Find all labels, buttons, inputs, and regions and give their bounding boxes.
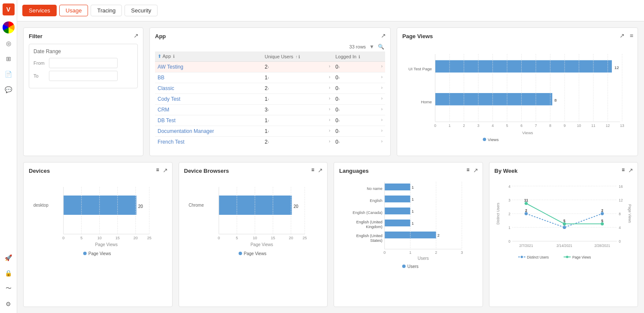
app-link[interactable]: DB Test — [158, 117, 176, 123]
svg-text:11: 11 — [591, 123, 595, 128]
svg-text:Users: Users — [418, 256, 429, 261]
svg-text:8: 8 — [619, 212, 621, 216]
table-row[interactable]: French Test 2› › 0› › — [155, 137, 385, 146]
svg-rect-87 — [385, 220, 410, 226]
col-app: ⬆ App ℹ — [155, 51, 262, 62]
logged-in-cell: 0› › — [333, 126, 385, 137]
device-browsers-title: Device Browsers — [184, 168, 322, 174]
app-link[interactable]: Documentation Manager — [158, 128, 214, 134]
table-row[interactable]: Cody Test 1› › 0› › — [155, 94, 385, 105]
bottom-row: Devices ↗ ≡ 20 desktop 0 5 10 15 20 25 — [23, 162, 638, 307]
languages-menu-icon[interactable]: ≡ — [466, 167, 469, 173]
sidebar-icon-file[interactable]: 📄 — [3, 69, 14, 80]
by-week-card: By Week ↗ ≡ — [489, 162, 638, 307]
app-table: ⬆ App ℹ Unique Users ↑ℹ Logged In ℹ AW T… — [155, 51, 385, 146]
svg-text:10: 10 — [97, 236, 102, 240]
from-label: From — [33, 60, 46, 66]
avatar[interactable] — [3, 21, 15, 33]
col-logged-in: Logged In ℹ — [333, 51, 385, 62]
sidebar-icon-rocket[interactable]: 🚀 — [3, 252, 14, 263]
svg-text:Page Views: Page Views — [243, 251, 266, 256]
app-link[interactable]: Cody Test — [158, 96, 180, 102]
svg-text:Views: Views — [522, 130, 533, 135]
device-browsers-expand-icon[interactable]: ↗ — [318, 167, 323, 174]
svg-text:6: 6 — [520, 123, 522, 128]
table-row[interactable]: Documentation Manager 1› › 0› › — [155, 126, 385, 137]
svg-rect-80 — [385, 196, 410, 202]
svg-rect-83 — [385, 208, 410, 214]
app-link[interactable]: BB — [158, 75, 164, 81]
svg-text:English (United: English (United — [356, 234, 383, 238]
unique-users-cell: 1› › — [262, 94, 333, 105]
by-week-expand-icon[interactable]: ↗ — [628, 167, 633, 174]
logged-in-cell: 0› › — [333, 62, 385, 72]
svg-rect-2 — [435, 60, 612, 72]
page-views-menu-icon[interactable]: ≡ — [630, 32, 633, 39]
nav-security-button[interactable]: Security — [125, 5, 158, 16]
table-row[interactable]: Classic 2› › 0› › — [155, 83, 385, 94]
page-views-title: Page Views — [402, 33, 632, 39]
svg-text:2/14/2021: 2/14/2021 — [556, 244, 572, 248]
svg-text:Users: Users — [407, 264, 419, 268]
sidebar-icon-activity[interactable]: 〜 — [3, 283, 14, 294]
svg-point-138 — [520, 256, 523, 259]
nav-usage-button[interactable]: Usage — [59, 5, 88, 16]
svg-text:0: 0 — [383, 250, 386, 255]
app-name-cell: DB Test — [155, 115, 262, 126]
nav-tracing-button[interactable]: Tracing — [91, 5, 122, 16]
app-link[interactable]: French Test — [158, 139, 184, 145]
app-name-cell: BB — [155, 72, 262, 83]
svg-text:Views: Views — [488, 137, 499, 142]
devices-expand-icon[interactable]: ↗ — [163, 167, 168, 174]
unique-users-cell: 1› › — [262, 126, 333, 137]
to-input[interactable] — [49, 71, 118, 81]
svg-text:States): States) — [370, 238, 383, 243]
app-link[interactable]: Classic — [158, 85, 174, 91]
device-browsers-menu-icon[interactable]: ≡ — [311, 167, 314, 173]
nav-services-button[interactable]: Services — [22, 5, 57, 16]
filter-icon[interactable]: ▼ — [369, 44, 374, 50]
svg-point-131 — [524, 202, 527, 205]
unique-users-cell: 2› › — [262, 83, 333, 94]
logged-in-cell: 0› › — [333, 83, 385, 94]
svg-text:1: 1 — [412, 209, 414, 214]
sidebar-icon-settings[interactable]: ⚙ — [3, 298, 14, 310]
svg-text:0: 0 — [218, 236, 220, 240]
sidebar-icon-layers[interactable]: ⊞ — [3, 53, 14, 64]
svg-text:4: 4 — [619, 226, 621, 230]
svg-point-141 — [566, 256, 568, 259]
svg-text:2: 2 — [601, 209, 603, 213]
svg-text:12: 12 — [614, 65, 619, 70]
sidebar-icon-message[interactable]: 💬 — [3, 84, 14, 95]
app-expand-icon[interactable]: ↗ — [381, 32, 386, 39]
svg-text:2/7/2021: 2/7/2021 — [519, 244, 533, 248]
devices-card: Devices ↗ ≡ 20 desktop 0 5 10 15 20 25 — [23, 162, 173, 307]
sidebar-icon-target[interactable]: ◎ — [3, 38, 14, 49]
table-row[interactable]: CRM 3› › 0› › — [155, 105, 385, 115]
table-row[interactable]: DB Test 1› › 0› › — [155, 115, 385, 126]
sidebar-logo[interactable]: V — [3, 3, 15, 15]
app-link[interactable]: AW Testing — [158, 64, 183, 70]
svg-text:5: 5 — [563, 219, 565, 223]
svg-rect-77 — [385, 184, 410, 190]
search-icon[interactable]: 🔍 — [378, 44, 384, 50]
sidebar-icon-lock[interactable]: 🔒 — [3, 268, 14, 279]
svg-text:25: 25 — [302, 236, 307, 240]
languages-expand-icon[interactable]: ↗ — [473, 167, 478, 174]
page-views-chart: UI Test Page Home 12 8 0 1 2 3 4 5 — [402, 44, 632, 142]
svg-text:2: 2 — [525, 209, 527, 213]
devices-menu-icon[interactable]: ≡ — [156, 167, 159, 173]
by-week-menu-icon[interactable]: ≡ — [622, 167, 625, 173]
svg-text:0: 0 — [434, 123, 436, 128]
table-row[interactable]: AW Testing 2› › 0› › — [155, 62, 385, 72]
app-table-scroll[interactable]: ⬆ App ℹ Unique Users ↑ℹ Logged In ℹ AW T… — [155, 51, 385, 146]
svg-text:2: 2 — [435, 250, 437, 255]
table-row[interactable]: BB 1› › 0› › — [155, 72, 385, 83]
filter-expand-icon[interactable]: ↗ — [134, 32, 139, 39]
app-link[interactable]: CRM — [158, 107, 169, 113]
from-input[interactable] — [49, 58, 118, 68]
page-views-expand-icon[interactable]: ↗ — [620, 32, 625, 39]
rows-count: 33 rows — [349, 44, 366, 49]
svg-text:1: 1 — [409, 250, 411, 255]
app-table-header: 33 rows ▼ 🔍 — [155, 44, 385, 50]
